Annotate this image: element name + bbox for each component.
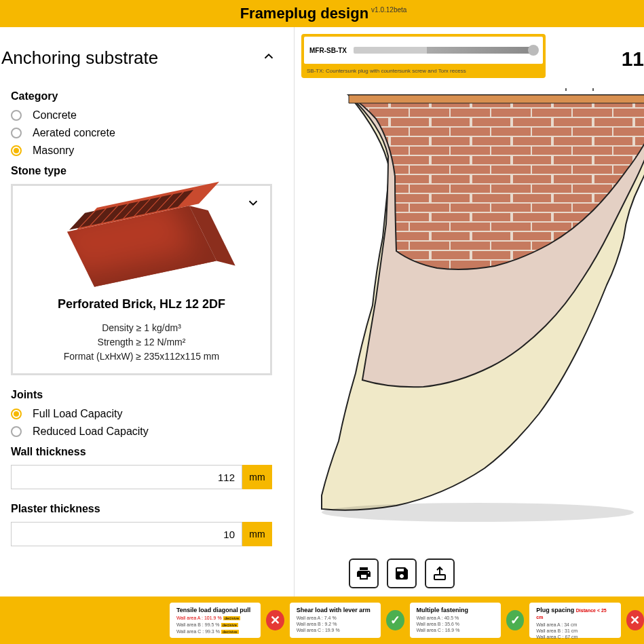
section-title: Anchoring substrate xyxy=(1,48,158,69)
main-area: Anchoring substrate Category Concrete Ae… xyxy=(0,27,644,596)
product-name: MFR-SB-TX xyxy=(309,47,347,54)
app-title: Frameplug design xyxy=(240,5,368,22)
stone-type-label: Stone type xyxy=(11,165,282,177)
app-header: Frameplug design v1.0.12beta xyxy=(0,0,644,27)
stone-details: Density ≥ 1 kg/dm³ Strength ≥ 12 N/mm² F… xyxy=(22,321,261,364)
radio-full-load[interactable]: Full Load Capacity xyxy=(11,408,282,420)
svg-point-8 xyxy=(322,503,634,522)
category-radios: Concrete Aerated concrete Masonry xyxy=(11,109,282,157)
wall-thickness-label: Wall thickness xyxy=(11,446,282,458)
result-card[interactable]: Plug spacing Distance < 25 cmWall area A… xyxy=(529,603,620,638)
product-chip[interactable]: MFR-SB-TX SB-TX: Countersunk plug with c… xyxy=(301,34,546,78)
wall-thickness-unit: mm xyxy=(242,465,272,489)
results-footer: Tensile load diagonal pullWall area A : … xyxy=(0,596,644,644)
check-icon: ✓ xyxy=(386,610,404,630)
chevron-up-icon xyxy=(261,49,276,67)
joints-label: Joints xyxy=(11,389,282,401)
chevron-down-icon xyxy=(246,195,261,214)
section-anchoring-substrate[interactable]: Anchoring substrate xyxy=(1,27,282,82)
product-sub: SB-TX: Countersunk plug with countersunk… xyxy=(301,67,546,75)
joints-radios: Full Load Capacity Reduced Load Capacity xyxy=(11,408,282,438)
stone-type-selector[interactable]: Perforated Brick, HLz 12 2DF Density ≥ 1… xyxy=(11,184,272,375)
plaster-thickness-unit: mm xyxy=(242,522,272,546)
wall-thickness-input[interactable] xyxy=(11,465,242,489)
plaster-thickness-row: mm xyxy=(11,522,272,546)
app-version: v1.0.12beta xyxy=(371,6,406,14)
screw-icon xyxy=(354,47,537,54)
save-button[interactable] xyxy=(387,558,417,588)
result-card[interactable]: Multiple fasteningWall area A : 40.5 %Wa… xyxy=(410,603,501,638)
radio-concrete[interactable]: Concrete xyxy=(11,109,282,121)
check-icon: ✓ xyxy=(506,610,524,630)
share-button[interactable] xyxy=(425,558,455,588)
wall-thickness-row: mm xyxy=(11,465,272,489)
radio-aerated-concrete[interactable]: Aerated concrete xyxy=(11,127,282,139)
sidebar: Anchoring substrate Category Concrete Ae… xyxy=(0,27,295,596)
plaster-thickness-label: Plaster thickness xyxy=(11,503,282,515)
cross-icon: ✕ xyxy=(266,610,284,630)
print-button[interactable] xyxy=(349,558,379,588)
preview-canvas: MFR-SB-TX SB-TX: Countersunk plug with c… xyxy=(295,27,644,596)
right-number: 11 xyxy=(622,48,644,71)
radio-masonry[interactable]: Masonry xyxy=(11,145,282,157)
cross-icon: ✕ xyxy=(626,610,644,630)
result-card[interactable]: Tensile load diagonal pullWall area A : … xyxy=(170,603,261,638)
action-buttons xyxy=(349,558,455,588)
stone-name: Perforated Brick, HLz 12 2DF xyxy=(22,297,261,311)
plaster-thickness-input[interactable] xyxy=(11,522,242,546)
wall-cross-section xyxy=(308,88,644,523)
svg-rect-9 xyxy=(434,575,445,580)
category-label: Category xyxy=(11,90,282,102)
result-card[interactable]: Shear load with lever armWall area A : 7… xyxy=(290,603,381,638)
radio-reduced-load[interactable]: Reduced Load Capacity xyxy=(11,425,282,438)
brick-image xyxy=(74,202,210,284)
